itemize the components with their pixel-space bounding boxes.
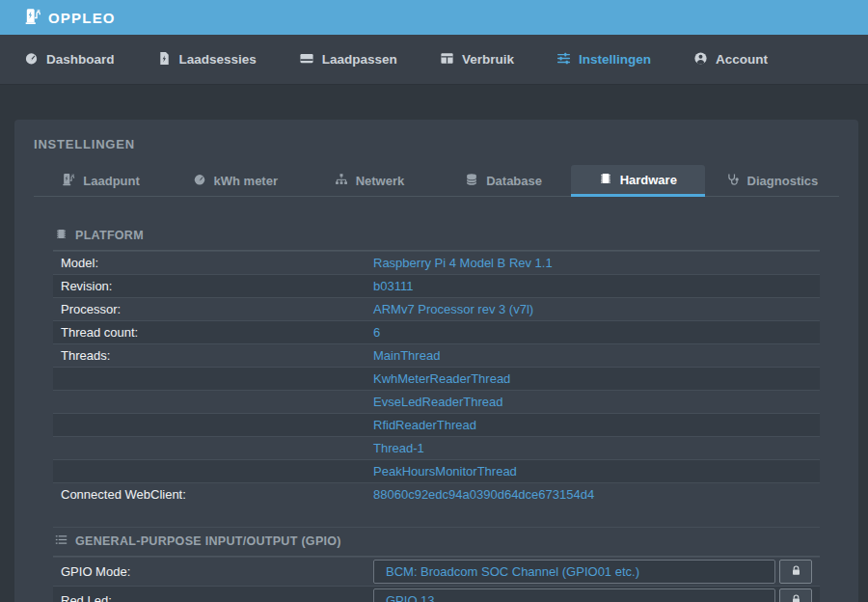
gauge-icon [24,51,39,68]
table-row: PeakHoursMonitorThread [53,459,820,482]
microchip-icon [599,172,612,188]
tab-kwh-meter[interactable]: kWh meter [168,165,302,197]
page-title: INSTELLINGEN [34,137,839,151]
nav-item-dashboard[interactable]: Dashboard [24,51,115,68]
red-led-control: GPIO 13 [373,588,812,602]
settings-tab-bar: Laadpunt kWh meter Netwerk Database Hard… [34,165,839,197]
lock-icon [790,563,802,581]
top-brand-bar: OPPLEO [0,0,868,35]
microchip-icon [55,228,68,243]
row-label: GPIO Mode: [61,564,373,579]
credit-card-icon [299,51,314,68]
section-gpio: GENERAL-PURPOSE INPUT/OUTPUT (GPIO) GPIO… [53,527,820,602]
nav-item-label: Instellingen [579,52,651,67]
table-row: Connected WebClient: 88060c92edc94a0390d… [53,482,820,506]
app-logo-text: OPPLEO [48,10,116,26]
row-value: RfidReaderThread [373,418,476,432]
row-value: Thread-1 [373,441,424,455]
table-row: Red Led: GPIO 13 [53,586,820,602]
charging-station-icon [62,173,75,189]
row-value: b03111 [373,279,413,293]
gpio-mode-control: BCM: Broadcom SOC Channel (GPIO01 etc.) [373,560,812,584]
nav-item-laadsessies[interactable]: Laadsessies [157,51,257,68]
tab-label: Hardware [620,173,677,187]
lock-button[interactable] [779,588,812,602]
file-bolt-icon [157,51,172,68]
tab-label: kWh meter [214,174,278,188]
row-value: 6 [373,325,380,340]
section-title: PLATFORM [75,229,144,242]
row-value: PeakHoursMonitorThread [373,464,517,479]
row-label: Thread count: [61,325,373,340]
list-icon [55,534,68,549]
settings-panel: INSTELLINGEN Laadpunt kWh meter Netwerk … [14,120,858,602]
nav-item-label: Laadsessies [179,52,257,67]
table-row: Model: Raspberry Pi 4 Model B Rev 1.1 [53,251,820,274]
row-label: Model: [61,256,373,270]
main-navbar: Dashboard Laadsessies Laadpassen Verbrui… [0,35,868,85]
tab-database[interactable]: Database [437,165,571,197]
nav-item-account[interactable]: Account [693,51,768,68]
nav-item-label: Dashboard [46,52,115,67]
row-value: MainThread [373,348,440,363]
charging-station-icon [24,8,41,27]
nav-item-laadpassen[interactable]: Laadpassen [299,51,397,68]
table-row: Revision: b03111 [53,274,820,297]
nav-item-label: Account [716,52,768,67]
tab-laadpunt[interactable]: Laadpunt [34,165,168,197]
nav-item-label: Verbruik [462,52,514,67]
row-value: EvseLedReaderThread [373,395,502,409]
nav-item-label: Laadpassen [322,52,397,67]
row-label: Processor: [61,302,373,316]
nav-item-verbruik[interactable]: Verbruik [440,51,514,68]
user-circle-icon [693,51,708,68]
tab-diagnostics[interactable]: Diagnostics [705,165,839,197]
tab-netwerk[interactable]: Netwerk [302,165,436,197]
tab-label: Netwerk [356,174,405,188]
table-icon [440,51,454,68]
gpio-section-header: GENERAL-PURPOSE INPUT/OUTPUT (GPIO) [53,528,820,557]
platform-section-header: PLATFORM [53,222,820,251]
sliders-icon [556,51,571,68]
database-icon [465,173,478,189]
table-row: Processor: ARMv7 Processor rev 3 (v7l) [53,297,820,320]
table-row: EvseLedReaderThread [53,390,820,413]
nav-item-instellingen[interactable]: Instellingen [556,51,651,68]
table-row: Threads: MainThread [53,343,820,367]
section-title: GENERAL-PURPOSE INPUT/OUTPUT (GPIO) [75,534,341,548]
table-row: RfidReaderThread [53,413,820,436]
row-label: Red Led: [61,593,373,602]
tab-label: Diagnostics [747,174,819,188]
row-value: KwhMeterReaderThread [373,371,510,386]
app-logo[interactable]: OPPLEO [24,8,116,27]
table-row: KwhMeterReaderThread [53,367,820,390]
row-value: Raspberry Pi 4 Model B Rev 1.1 [373,256,553,270]
row-value: ARMv7 Processor rev 3 (v7l) [373,302,533,316]
section-platform: PLATFORM Model: Raspberry Pi 4 Model B R… [53,222,820,506]
row-value: 88060c92edc94a0390d64dce673154d4 [373,487,594,502]
stethoscope-icon [726,173,740,189]
red-led-select[interactable]: GPIO 13 [373,588,775,602]
row-label: Threads: [61,348,373,363]
tab-hardware[interactable]: Hardware [571,165,705,197]
table-row: Thread count: 6 [53,320,820,343]
lock-button[interactable] [779,560,812,584]
row-label: Connected WebClient: [61,487,373,502]
table-row: GPIO Mode: BCM: Broadcom SOC Channel (GP… [53,557,820,586]
lock-icon [790,592,802,602]
tab-label: Database [486,174,542,188]
network-icon [335,173,348,189]
gauge-icon [193,173,206,189]
gpio-mode-select[interactable]: BCM: Broadcom SOC Channel (GPIO01 etc.) [373,560,775,584]
tab-label: Laadpunt [83,174,140,188]
row-label: Revision: [61,279,373,293]
table-row: Thread-1 [53,436,820,459]
